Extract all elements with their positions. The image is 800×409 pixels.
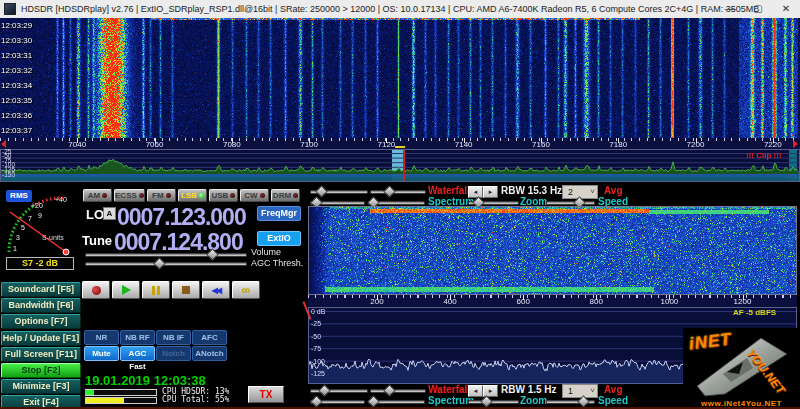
agc-threshold-slider-thumb[interactable] bbox=[153, 257, 166, 270]
mode-led-icon bbox=[199, 193, 204, 198]
cpu-hdsdr-bar bbox=[85, 389, 157, 396]
af-contrast-slider[interactable] bbox=[370, 389, 426, 393]
freq-scale-label: 7200 bbox=[687, 140, 705, 149]
af-db-label: -125 bbox=[311, 371, 325, 377]
clip-warning: !!! Clip !!! bbox=[746, 151, 782, 160]
af-speed-label: Speed bbox=[598, 395, 628, 406]
rf-speed-slider[interactable] bbox=[546, 201, 595, 205]
af-db-label: -100 bbox=[311, 359, 325, 365]
dsp-button-agc-fast[interactable]: AGC Fast bbox=[120, 346, 155, 361]
rf-waterfall-label: Waterfall bbox=[428, 185, 470, 196]
waterfall-timestamp: 12:03:32 bbox=[1, 66, 32, 75]
rx-waterfall[interactable] bbox=[309, 207, 796, 294]
freq-scale-label: 7220 bbox=[764, 140, 782, 149]
tune-frequency-line bbox=[403, 150, 405, 181]
mode-button-drm[interactable]: DRM bbox=[271, 189, 300, 202]
play-button[interactable] bbox=[112, 281, 140, 299]
menu-button-minimize[interactable]: Minimize [F3] bbox=[1, 379, 81, 394]
af-contrast-slider-thumb[interactable] bbox=[383, 384, 396, 397]
mode-button-am[interactable]: AM bbox=[83, 189, 112, 202]
af-brightness-slider-thumb[interactable] bbox=[318, 384, 331, 397]
menu-button-stop[interactable]: Stop [F2] bbox=[1, 363, 81, 378]
freq-scale-label: 7060 bbox=[146, 140, 164, 149]
af-frequency-scale[interactable]: 20040060080010001200 bbox=[308, 295, 797, 307]
af-db-label: -50 bbox=[311, 334, 321, 340]
af-zoom-slider[interactable] bbox=[468, 400, 519, 404]
s-meter-tick-label: 9 bbox=[38, 212, 42, 219]
mode-button-lsb[interactable]: LSB bbox=[178, 189, 207, 202]
af-scale-label: 600 bbox=[517, 297, 530, 306]
af-scale-label: 800 bbox=[590, 297, 603, 306]
scale-left-arrow[interactable] bbox=[1, 140, 6, 148]
waterfall-timestamp: 12:03:37 bbox=[1, 126, 32, 135]
mode-button-ecss[interactable]: ECSS bbox=[114, 189, 145, 202]
close-window-button[interactable]: ✕ bbox=[772, 0, 800, 18]
mode-button-cw[interactable]: CW bbox=[240, 189, 269, 202]
tune-frequency-display[interactable]: 0007.124.800 bbox=[114, 231, 243, 254]
menu-button-soundcard[interactable]: Soundcard [F5] bbox=[1, 282, 81, 297]
mode-led-icon bbox=[230, 193, 235, 198]
main-frequency-scale[interactable]: 7040706070807100712071407160718072007220 bbox=[0, 138, 800, 149]
loop-button[interactable]: ∞ bbox=[232, 281, 260, 299]
stop-button[interactable] bbox=[172, 281, 200, 299]
af-avg-select[interactable]: 1˅ bbox=[562, 384, 598, 398]
rms-badge[interactable]: RMS bbox=[6, 190, 32, 202]
db-scale-label: -150 bbox=[2, 172, 15, 178]
minimize-window-button[interactable]: — bbox=[716, 0, 744, 18]
agc-threshold-slider[interactable] bbox=[85, 262, 247, 266]
mode-button-usb[interactable]: USB bbox=[209, 189, 238, 202]
af-waterfall-label: Waterfall bbox=[428, 384, 470, 395]
menu-button-options[interactable]: Options [F7] bbox=[1, 314, 81, 329]
af-spectrum-gain-slider-thumb[interactable] bbox=[310, 395, 323, 408]
date-time: 19.01.2019 12:03:38 bbox=[85, 373, 206, 388]
pause-button[interactable] bbox=[142, 281, 170, 299]
main-waterfall[interactable] bbox=[0, 18, 800, 138]
s-meter-needle-tip bbox=[63, 249, 69, 255]
lo-frequency-display[interactable]: 0007.123.000 bbox=[117, 206, 246, 229]
af-zoom-slider-thumb[interactable] bbox=[480, 395, 493, 408]
s-meter-tick-label: 3 bbox=[16, 234, 20, 241]
menu-button-bandwidth[interactable]: Bandwidth [F6] bbox=[1, 298, 81, 313]
rewind-button[interactable]: ◀◀ bbox=[202, 281, 230, 299]
dsp-button-afc[interactable]: AFC bbox=[192, 330, 227, 345]
menu-button-full-screen[interactable]: Full Screen [F11] bbox=[1, 347, 81, 362]
freq-scale-label: 7120 bbox=[377, 140, 395, 149]
extio-button[interactable]: ExtIO bbox=[257, 231, 301, 246]
af-rbw-label: RBW 1.5 Hz bbox=[501, 384, 557, 395]
rf-rbw-increase-button[interactable]: ▸ bbox=[483, 186, 498, 198]
af-spectrum-range-slider-thumb[interactable] bbox=[367, 395, 380, 408]
scale-right-arrow[interactable] bbox=[793, 140, 798, 148]
tx-button[interactable]: TX bbox=[248, 386, 284, 403]
mode-button-fm[interactable]: FM bbox=[147, 189, 176, 202]
record-button[interactable] bbox=[82, 281, 110, 299]
dsp-button-nr[interactable]: NR bbox=[84, 330, 119, 345]
dsp-button-nb-rf[interactable]: NB RF bbox=[120, 330, 155, 345]
agc-threshold-label: AGC Thresh. bbox=[251, 258, 303, 268]
tune-marker bbox=[395, 146, 405, 148]
main-spectrum-trace bbox=[1, 150, 799, 181]
s-meter-tick-label: +40 bbox=[55, 196, 67, 203]
mode-label: CW bbox=[244, 191, 257, 200]
freqmgr-button[interactable]: FreqMgr bbox=[257, 206, 301, 221]
waterfall-timestamp: 12:03:29 bbox=[1, 21, 32, 30]
rf-contrast-slider-thumb[interactable] bbox=[383, 185, 396, 198]
menu-button-help-update[interactable]: Help / Update [F1] bbox=[1, 331, 81, 346]
rf-avg-value: 2 bbox=[568, 186, 573, 198]
af-avg-value: 1 bbox=[568, 385, 573, 397]
cpu-total-label: CPU Total: 55% bbox=[162, 395, 229, 404]
mode-label: DRM bbox=[273, 191, 291, 200]
tune-label: Tune bbox=[82, 233, 112, 248]
maximize-window-button[interactable]: ▢ bbox=[744, 0, 772, 18]
volume-slider[interactable] bbox=[85, 253, 247, 257]
af-scale-label: 1200 bbox=[734, 297, 752, 306]
dsp-button-nb-if[interactable]: NB IF bbox=[156, 330, 191, 345]
s-meter-tick-label: +20 bbox=[31, 202, 43, 209]
dsp-button-anotch[interactable]: ANotch bbox=[192, 346, 227, 361]
dsp-button-notch[interactable]: Notch bbox=[156, 346, 191, 361]
lo-sync-button[interactable]: A bbox=[103, 207, 116, 220]
s-meter-tick-label: 1 bbox=[13, 245, 17, 252]
af-scale-label: 400 bbox=[443, 297, 456, 306]
rf-contrast-slider[interactable] bbox=[370, 190, 426, 194]
dsp-button-mute[interactable]: Mute bbox=[84, 346, 119, 361]
mode-label: LSB bbox=[181, 191, 197, 200]
